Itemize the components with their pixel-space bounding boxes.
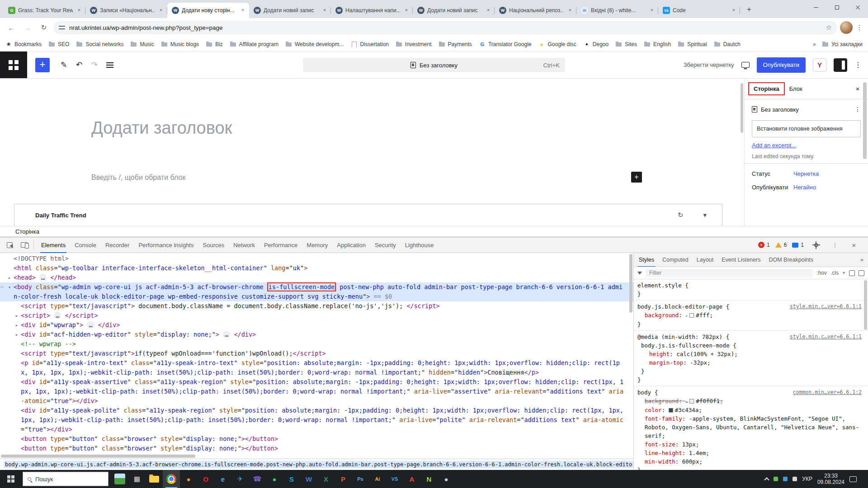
scrollbar-thumb[interactable] [629,254,632,313]
add-excerpt-link[interactable]: Add an excerpt... [752,142,861,149]
list-view-button[interactable] [102,57,118,73]
back-button[interactable] [5,21,18,34]
taskbar-icon-telegram[interactable]: ✈ [231,470,249,488]
expand-arrow-icon[interactable]: ▸ [6,273,13,282]
bookmark-item[interactable]: Music [131,41,154,47]
bookmark-item[interactable]: Dissertation [351,41,388,47]
elements-vertical-scrollbar[interactable] [629,254,633,453]
forward-button[interactable] [21,21,34,34]
styles-filter-input[interactable]: Filter [646,269,813,277]
dom-tree-node[interactable]: <html class="wp-toolbar interface-interf… [0,263,633,273]
devtools-tab-lighthouse[interactable]: Lighthouse [401,237,439,253]
profile-avatar[interactable] [840,21,853,34]
doc-actions-icon[interactable] [854,106,861,113]
block-inserter-toggle[interactable] [35,58,50,72]
dom-tree-node[interactable]: <button type="button" class="browser" st… [0,434,633,444]
toggle-element-state-button[interactable]: :hov [816,270,827,276]
color-swatch[interactable] [689,313,694,318]
devtools-tab-application[interactable]: Application [332,237,370,253]
dom-tree-node[interactable]: ▸<div id="wpwrap"> … </div> [0,320,633,330]
taskbar-icon-viber[interactable]: ☎ [249,470,266,488]
taskbar-icon-whatsapp[interactable]: ● [266,470,283,488]
dom-tree-node[interactable]: <script type="text/javascript"> document… [0,301,633,311]
browser-tab[interactable]: WНаціональний репоз...× [495,3,576,18]
tab-close-icon[interactable]: × [566,7,574,14]
more-actions-icon[interactable]: ⋯ [0,282,4,292]
taskbar-search-input[interactable]: Пошук [23,472,108,486]
styles-tab-dom-breakpoints[interactable]: DOM Breakpoints [764,253,817,267]
setting-value-button[interactable]: Чернетка [793,170,819,177]
expand-arrow-icon[interactable]: ▸ [14,320,20,330]
css-property[interactable]: color: #3c434a; [634,406,868,414]
bookmark-item[interactable]: Investment [396,41,432,47]
element-classes-button[interactable]: .cls [830,270,839,276]
taskbar-icon-photoshop[interactable]: Ps [352,470,369,488]
browser-tab[interactable]: WДодати нову сторін...× [167,3,249,18]
tab-close-icon[interactable]: × [730,7,737,14]
browser-tab[interactable]: WДодати новий запис× [413,3,495,18]
computed-styles-icon[interactable] [849,270,855,276]
styles-tab-event-listeners[interactable]: Event Listeners [717,253,764,267]
canvas-scrollbar[interactable] [740,79,744,226]
tab-page[interactable]: Сторінка [748,82,785,95]
new-style-rule-button[interactable]: + [842,270,845,276]
refresh-icon[interactable] [678,211,684,219]
set-featured-image-button[interactable]: Встановити головне зображення [752,120,861,137]
tab-close-icon[interactable]: × [403,7,410,14]
layout-icon[interactable] [859,270,864,276]
tab-close-icon[interactable]: × [321,7,328,14]
devtools-menu-icon[interactable] [828,239,842,251]
expand-shorthand-icon[interactable]: ▸ [685,313,688,318]
reload-button[interactable] [37,21,51,34]
selected-element-crumb[interactable]: body.wp-admin.wp-core-ui.js.acf-admin-5-… [4,461,633,468]
settings-panel-toggle[interactable] [834,58,847,72]
site-settings-icon[interactable] [59,25,65,30]
taskbar-icon-file-explorer[interactable] [146,470,163,488]
css-property[interactable]: font-family: -apple-system, BlinkMacSyst… [634,414,868,440]
dom-tree-node[interactable]: <script type="text/javascript">if(typeof… [0,349,633,358]
css-property[interactable]: margin-top: -32px; [634,358,868,367]
bookmark-item[interactable]: Biz [206,41,223,47]
devtools-tab-security[interactable]: Security [370,237,401,253]
block-appender-input[interactable]: Введіть /, щоби обрати блок [91,174,185,182]
devtools-tab-performance-insights[interactable]: Performance insights [134,237,198,253]
bookmarks-overflow-button[interactable]: » [813,41,816,47]
start-button[interactable] [0,470,22,488]
undo-button[interactable] [71,57,87,73]
dom-tree-node[interactable]: ▸<div id="acf-hidden-wp-editor" style="d… [0,330,633,339]
devtools-tab-elements[interactable]: Elements [37,237,70,253]
bookmark-star-icon[interactable] [826,23,832,32]
language-indicator[interactable]: УКР [802,476,812,482]
css-property[interactable]: min-width: 600px; [634,457,868,466]
taskbar-icon-notepad[interactable]: N [420,470,438,488]
tray-volume-icon[interactable] [793,477,797,481]
publish-button[interactable]: Опублікувати [757,57,806,73]
omnibox[interactable]: nrat.ukrintei.ua/wp-admin/post-new.php?p… [53,21,837,34]
taskbar-icon-vscode[interactable]: VS [386,470,403,488]
taskbar-icon-news-widget[interactable] [111,470,128,488]
device-toolbar-button[interactable] [17,239,31,251]
bookmark-item[interactable]: Website developm... [286,41,344,47]
tab-block[interactable]: Блок [785,83,807,94]
css-property[interactable]: font-size: 13px; [634,440,868,449]
bookmark-item[interactable]: Payments [439,41,472,47]
warning-badge[interactable]: 6 [775,242,787,248]
redo-button[interactable] [87,57,102,73]
tab-close-icon[interactable]: × [239,7,246,14]
bookmark-item[interactable]: English [644,41,671,47]
styles-tab-computed[interactable]: Computed [658,253,693,267]
elements-horizontal-scrollbar[interactable] [0,454,627,458]
dom-tree-node[interactable]: <!-- wpwrap --> [0,339,633,349]
css-property[interactable]: height: calc(100% + 32px); [634,350,868,358]
scrollbar-thumb[interactable] [1,455,195,458]
action-center-icon[interactable] [849,476,857,482]
dom-tree-node[interactable]: ⋯▾<body class="wp-admin wp-core-ui js ac… [0,282,633,301]
styles-scrollbar[interactable] [864,280,867,330]
taskbar-icon-word[interactable]: W [300,470,317,488]
close-sidebar-icon[interactable] [851,85,864,93]
taskbar-icon-acrobat[interactable]: A [403,470,420,488]
tab-close-icon[interactable]: × [75,7,83,14]
taskbar-icon-task-view[interactable]: ▦ [128,470,146,488]
tab-close-icon[interactable]: × [157,7,165,14]
editor-options-icon[interactable] [854,61,862,69]
